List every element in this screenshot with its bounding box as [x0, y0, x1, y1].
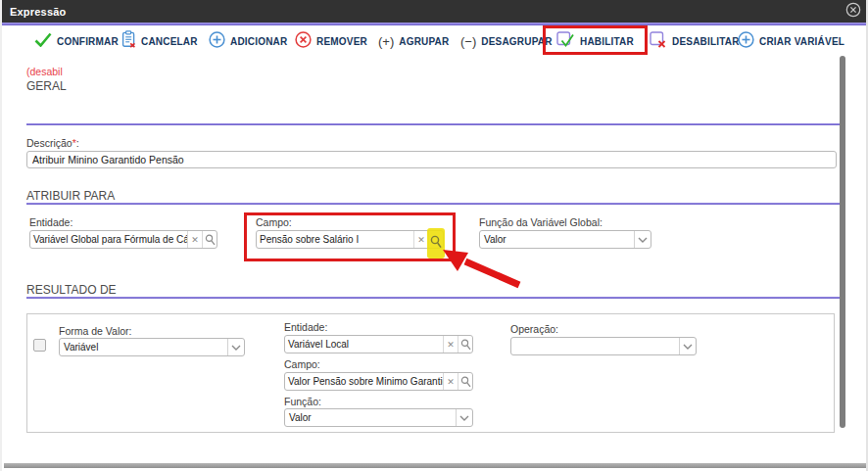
remove-label: REMOVER: [316, 36, 367, 47]
funcao-global-label: Função da Variável Global:: [479, 216, 603, 228]
chevron-down-icon[interactable]: [634, 231, 651, 248]
circle-plus-icon: [738, 31, 754, 52]
dialog-bottom-edge: [4, 463, 868, 468]
square-x-icon: [650, 31, 667, 52]
group-button[interactable]: (+) AGRUPAR: [378, 25, 449, 57]
divider: [26, 297, 842, 299]
cancel-button[interactable]: CANCELAR: [121, 25, 198, 57]
circle-x-icon: [295, 31, 312, 52]
entidade-local-value: Variável Local: [285, 336, 443, 353]
disable-button[interactable]: DESABILITAR: [650, 25, 740, 57]
search-icon[interactable]: [458, 373, 472, 390]
operacao-label: Operação:: [510, 323, 558, 335]
campo-value: Pensão sobre Salário I: [257, 231, 413, 248]
add-label: ADICIONAR: [230, 36, 287, 47]
search-icon[interactable]: [458, 336, 472, 353]
close-button[interactable]: [844, 3, 861, 20]
operacao-value: [511, 338, 679, 354]
funcao-select[interactable]: Valor: [284, 408, 473, 427]
create-variable-button[interactable]: CRIAR VARIÁVEL: [738, 25, 844, 57]
campo-lookup-field[interactable]: Pensão sobre Salário I ✕: [256, 230, 444, 249]
campo-resultado-lookup-field[interactable]: Valor Pensão sobre Minimo Garantido ✕: [284, 372, 473, 391]
close-icon: [845, 2, 861, 22]
entidade-lookup-field[interactable]: Variável Global para Fórmula de Cálculo …: [29, 230, 217, 249]
check-icon: [34, 32, 52, 51]
title-bar: Expressão: [2, 0, 868, 23]
entidade-local-lookup-field[interactable]: Variável Local ✕: [284, 335, 473, 353]
confirm-button[interactable]: CONFIRMAR: [34, 25, 119, 57]
divider: [26, 123, 842, 125]
group-label: AGRUPAR: [399, 36, 449, 47]
descricao-label: Descrição*:: [26, 137, 79, 149]
resultado-panel: Forma de Valor: Variável Entidade: Variá…: [26, 313, 835, 433]
clipboard-cancel-icon: [121, 30, 136, 52]
funcao-global-select[interactable]: Valor: [479, 230, 651, 249]
cancel-label: CANCELAR: [141, 36, 198, 47]
chevron-down-icon[interactable]: [679, 338, 696, 354]
forma-de-valor-label: Forma de Valor:: [59, 325, 132, 337]
search-icon[interactable]: [430, 235, 442, 253]
section-geral: GERAL: [26, 79, 67, 93]
ungroup-label: DESAGRUPAR: [481, 36, 552, 47]
row-select-checkbox[interactable]: [33, 339, 46, 352]
clear-icon[interactable]: ✕: [413, 231, 428, 248]
toolbar: CONFIRMAR CANCELAR ADICIONAR REMOVER (+)…: [2, 25, 868, 57]
campo-resultado-label: Campo:: [284, 358, 320, 370]
campo-resultado-value: Valor Pensão sobre Minimo Garantido: [285, 373, 443, 390]
clear-icon[interactable]: ✕: [187, 231, 202, 248]
paren-plus-icon: (+): [378, 34, 394, 49]
circle-plus-icon: [209, 31, 225, 52]
funcao-global-value: Valor: [480, 231, 634, 248]
confirm-label: CONFIRMAR: [57, 36, 119, 47]
vertical-scrollbar[interactable]: [840, 56, 845, 428]
chevron-down-icon[interactable]: [456, 409, 472, 426]
operacao-select[interactable]: [510, 337, 697, 355]
entidade-local-label: Entidade:: [284, 321, 327, 333]
funcao-label: Função:: [284, 396, 321, 407]
enable-label: HABILITAR: [580, 36, 634, 47]
disabled-note: (desabil: [26, 66, 63, 77]
dialog-title: Expressão: [2, 6, 66, 18]
add-button[interactable]: ADICIONAR: [209, 25, 287, 57]
forma-de-valor-value: Variável: [60, 339, 227, 355]
entidade-value: Variável Global para Fórmula de Cálculo: [30, 231, 187, 248]
search-icon[interactable]: [202, 231, 217, 248]
create-variable-label: CRIAR VARIÁVEL: [759, 36, 844, 47]
paren-minus-icon: (−): [460, 34, 476, 49]
square-check-icon: [556, 31, 575, 52]
ungroup-button[interactable]: (−) DESAGRUPAR: [460, 25, 553, 57]
remove-button[interactable]: REMOVER: [295, 25, 367, 57]
chevron-down-icon[interactable]: [227, 339, 244, 355]
disable-label: DESABILITAR: [672, 36, 740, 47]
funcao-value: Valor: [285, 409, 456, 426]
expression-dialog: Expressão CONFIRMAR CANCELAR ADICIONAR R…: [0, 0, 868, 471]
clear-icon[interactable]: ✕: [443, 373, 458, 390]
forma-de-valor-select[interactable]: Variável: [59, 338, 245, 356]
enable-button[interactable]: HABILITAR: [556, 25, 634, 57]
divider: [26, 203, 842, 205]
clear-icon[interactable]: ✕: [443, 336, 458, 353]
annotation-highlight-search: [427, 228, 445, 259]
section-resultado-de: RESULTADO DE: [26, 283, 117, 297]
entidade-label: Entidade:: [29, 216, 72, 228]
section-atribuir-para: ATRIBUIR PARA: [26, 189, 115, 203]
descricao-input[interactable]: [26, 151, 837, 168]
campo-label: Campo:: [256, 216, 292, 228]
